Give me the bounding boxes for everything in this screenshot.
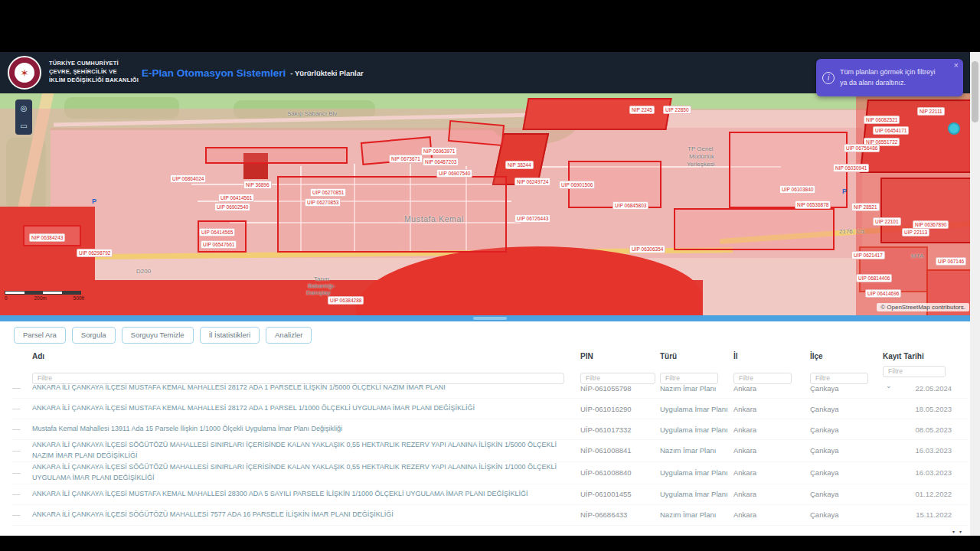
map-extent-button[interactable]: ▭ [20, 122, 27, 130]
splitter-grip[interactable] [473, 317, 507, 320]
plan-pin-label[interactable]: UİP 06547661 [201, 240, 237, 249]
plan-pin-label[interactable]: UİP 06414696 [865, 289, 901, 298]
plan-polygon[interactable] [522, 98, 671, 130]
column-header-kayit-tarihi[interactable]: Kayıt Tarihi [883, 352, 952, 360]
cell-plan-name[interactable]: ANKARA İLİ ÇANKAYA İLÇESİ MUSTAFA KEMAL … [32, 383, 580, 393]
map-table-splitter[interactable] [0, 315, 980, 321]
plan-pin-label[interactable]: NİP 06384243 [29, 233, 65, 242]
table-row[interactable]: – – ANKARA İLİ ÇANKAYA İLÇESİ MUSTAFA KE… [12, 399, 968, 419]
row-handle-icon[interactable]: – – [12, 447, 32, 455]
cell-province: Ankara [733, 468, 810, 477]
plan-pin-label[interactable]: UİP 06414565 [199, 228, 235, 236]
plan-pin-label[interactable]: UİP 067146 [936, 257, 966, 266]
cell-date: 18.05.2023 [883, 405, 952, 413]
plan-pin-label[interactable]: UİP 06298792 [77, 249, 113, 257]
row-handle-icon[interactable]: – – [12, 469, 32, 477]
column-header-il[interactable]: İl [733, 352, 810, 360]
plan-pin-label[interactable]: NİP 22111 [917, 107, 945, 116]
plan-pin-label[interactable]: UİP 06901506 [559, 181, 595, 189]
parking-label: P [92, 197, 96, 205]
plan-pin-label[interactable]: NİP 28521 [851, 203, 880, 211]
table-row[interactable]: – – Mustafa Kemal Mahallesi 13911 Ada 15… [12, 419, 968, 440]
plan-pin-label[interactable]: UİP 06902540 [214, 203, 250, 211]
table-row[interactable]: – – ANKARA İLİ ÇANKAYA İLÇESİ MUSTAFA KE… [12, 484, 968, 505]
sorguyu-temizle-button[interactable]: Sorguyu Temizle [122, 327, 194, 344]
cell-plan-name[interactable]: ANKARA İLİ ÇANKAYA İLÇESİ MUSTAFA KEMAL … [32, 403, 580, 414]
plan-polygon[interactable] [277, 176, 507, 253]
cell-district: Çankaya [810, 425, 883, 434]
plan-pin-label[interactable]: UİP 06384288 [328, 296, 364, 305]
cell-plan-name[interactable]: ANKARA İLİ ÇANKAYA İLÇESİ SÖĞÜTÖZÜ MAHAL… [32, 440, 580, 461]
plan-pin-label[interactable]: NİP 06082521 [864, 116, 900, 124]
cell-district: Çankaya [810, 490, 883, 498]
plan-pin-label[interactable]: NİP 06249724 [514, 178, 550, 186]
plan-pin-label[interactable]: UİP 0621417 [851, 251, 885, 259]
row-handle-icon[interactable]: – – [12, 405, 32, 412]
cell-plan-name[interactable]: ANKARA İLİ ÇANKAYA İLÇESİ SÖĞÜTÖZÜ MAHAL… [32, 510, 580, 520]
plan-pin-label[interactable]: NİP 06030941 [833, 164, 869, 172]
column-header-ilce[interactable]: İlçe [810, 352, 883, 360]
cell-province: Ankara [733, 384, 810, 393]
map-attribution[interactable]: © OpenStreetMap contributors. [877, 303, 969, 311]
plan-polygon[interactable] [674, 208, 835, 250]
plan-pin-label[interactable]: NİP 0673671 [389, 155, 423, 163]
plan-pin-label[interactable]: UİP 22113 [902, 228, 929, 236]
plan-polygon[interactable] [729, 132, 848, 208]
scrollbar-thumb[interactable] [972, 61, 978, 122]
plan-pin-label[interactable]: UİP 22101 [873, 217, 901, 226]
plan-pin-label[interactable]: NİP 06487203 [423, 158, 459, 166]
plan-pin-label[interactable]: UİP 06756486 [844, 144, 880, 152]
plan-pin-label[interactable]: NİP 38244 [505, 161, 534, 169]
plan-pin-label[interactable]: UİP 06414561 [218, 194, 254, 202]
parsel-ara-button[interactable]: Parsel Ara [14, 327, 66, 344]
cell-type: Nazım İmar Planı [660, 384, 733, 393]
scale-label: 200m [34, 295, 46, 301]
plan-pin-label[interactable]: UİP 06726443 [514, 214, 550, 223]
app-title[interactable]: E-Plan Otomasyon Sistemleri [142, 67, 286, 79]
plan-pin-label[interactable]: NİP 06536878 [795, 201, 831, 209]
cell-pin: UİP-061008840 [580, 468, 660, 477]
table-row[interactable]: – – ANKARA İLİ ÇANKAYA İLÇESİ SÖĞÜTÖZÜ M… [12, 505, 968, 526]
column-header-pin[interactable]: PIN [580, 352, 660, 360]
plan-pin-label[interactable]: NİP 2245 [629, 106, 655, 114]
table-row[interactable]: – – ANKARA İLİ ÇANKAYA İLÇESİ SÖĞÜTÖZÜ M… [12, 462, 968, 484]
plan-pin-label[interactable]: UİP 06454171 [873, 126, 909, 135]
plan-pin-label[interactable]: NİP 06963971 [421, 147, 457, 155]
street-label: Bakanlığı- [308, 282, 335, 289]
plan-pin-label[interactable]: UİP 06103840 [779, 185, 815, 194]
table-row[interactable]: – – ANKARA İLİ ÇANKAYA İLÇESİ MUSTAFA KE… [12, 378, 968, 399]
plan-polygon[interactable] [205, 147, 348, 164]
plan-pin-label[interactable]: UİP 06306354 [629, 245, 665, 253]
plan-pin-label[interactable]: UİP 06864024 [170, 174, 206, 183]
cell-plan-name[interactable]: ANKARA İLİ ÇANKAYA İLÇESİ MUSTAFA KEMAL … [32, 489, 580, 500]
row-handle-icon[interactable]: – – [12, 384, 32, 392]
table-row[interactable]: – – ANKARA İLİ ÇANKAYA İLÇESİ SÖĞÜTÖZÜ M… [12, 440, 968, 462]
vertical-scrollbar[interactable] [970, 52, 980, 536]
cell-district: Çankaya [810, 446, 883, 455]
map[interactable]: ◎ ▭ 0 200m 500ft © OpenStreetMap contrib… [0, 93, 980, 315]
row-handle-icon[interactable]: – – [12, 511, 32, 519]
plan-pin-label[interactable]: UİP 06814406 [856, 274, 892, 282]
il-istatistikleri-button[interactable]: İl İstatistikleri [200, 327, 260, 344]
map-locate-button[interactable]: ◎ [21, 105, 28, 112]
analizler-button[interactable]: Analizler [266, 327, 312, 344]
sorgula-button[interactable]: Sorgula [72, 327, 116, 344]
plan-pin-label[interactable]: UİP 22850 [663, 106, 691, 114]
column-header-adi[interactable]: Adı [32, 352, 580, 360]
cell-plan-name[interactable]: Mustafa Kemal Mahallesi 13911 Ada 15 Par… [32, 424, 580, 435]
table-scroll-arrows-icon[interactable]: ▾▾ [952, 529, 966, 534]
street-label: D200 [136, 268, 151, 275]
row-handle-icon[interactable]: – – [12, 425, 32, 433]
filter-input-kayit-tarihi[interactable] [883, 366, 946, 377]
plan-pin-label[interactable]: UİP 06270853 [305, 198, 341, 207]
column-header-turu[interactable]: Türü [660, 352, 733, 360]
plan-pin-label[interactable]: UİP 06845803 [612, 201, 648, 210]
notification-text: Tüm planları görmek için filtreyi ya da … [840, 67, 941, 88]
cell-date: 16.03.2023 [883, 468, 952, 477]
close-icon[interactable]: × [954, 61, 959, 70]
row-handle-icon[interactable]: – – [12, 491, 32, 498]
cell-plan-name[interactable]: ANKARA İLİ ÇANKAYA İLÇESİ SÖĞÜTÖZÜ MAHAL… [32, 462, 580, 484]
plan-pin-label[interactable]: NİP 36896 [243, 181, 272, 189]
plan-pin-label[interactable]: UİP 06270851 [310, 188, 346, 197]
plan-pin-label[interactable]: UİP 06907540 [436, 169, 472, 178]
